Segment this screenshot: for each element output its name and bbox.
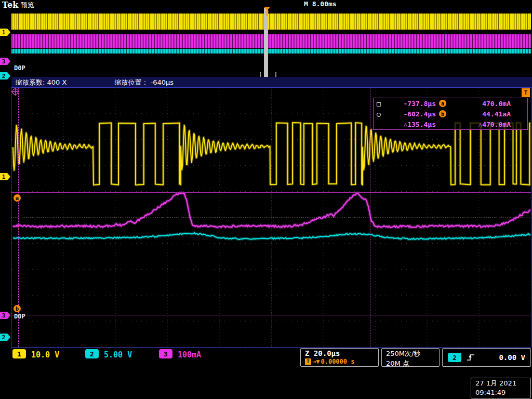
- cursor-readout-row-3: △135.4µs △470.0mA: [374, 119, 527, 129]
- ch3-position-marker-zoom[interactable]: 3: [0, 312, 10, 319]
- zoom-timebase-panel: Z 20.0µs T →▼ 0.00000 s: [300, 348, 379, 367]
- ch3-marker-number: 3: [0, 312, 7, 319]
- ch2-badge[interactable]: 2: [85, 349, 99, 358]
- cursor-a-badge: a: [439, 100, 446, 107]
- time-readout: 09:41:49: [471, 388, 530, 397]
- trigger-t-icon: T: [305, 358, 311, 365]
- ch2-marker-arrow-icon: [7, 334, 10, 341]
- cursor-b-edge-badge[interactable]: b: [14, 305, 21, 312]
- cursor-delta-time-value: △135.4µs: [384, 121, 436, 128]
- ch1-marker-arrow-icon: [7, 29, 10, 36]
- cursor-readout-row-2: ○ -602.4µs b 44.41aA: [374, 109, 527, 119]
- ch3-marker-arrow-icon: [7, 58, 10, 65]
- trigger-level-readout: 0.00 V: [499, 353, 525, 362]
- sample-rate-readout: 250M次/秒: [382, 349, 439, 358]
- rising-edge-icon: [467, 352, 475, 363]
- cursor-readout-row-1: □ -737.8µs a 470.0mA: [374, 98, 527, 109]
- ch1-marker-arrow-icon: [7, 173, 10, 180]
- cursor-1-symbol: □: [377, 100, 384, 108]
- cursor-a-amplitude-value: 470.0mA: [449, 100, 511, 108]
- waveform-overview: [11, 8, 531, 78]
- ch1-waveform-label-zoom: D0P: [14, 313, 25, 320]
- ch3-overview-trace: [11, 34, 531, 48]
- datetime-panel: 27 1月 2021 09:41:49: [471, 378, 531, 398]
- cursor-delta-amplitude-value: △470.0mA: [449, 121, 511, 128]
- trigger-offscreen-indicator: T: [522, 88, 530, 97]
- cursor-readout-panel: □ -737.8µs a 470.0mA ○ -602.4µs b 44.41a…: [373, 98, 528, 130]
- trigger-t-glyph: T: [263, 11, 271, 17]
- acquisition-panel: 250M次/秒 20M 点: [381, 348, 440, 367]
- ch1-overview-trace: [11, 14, 531, 30]
- cursor-a-horizontal-line[interactable]: [11, 192, 531, 193]
- cursor-b-badge: b: [439, 110, 446, 117]
- ch2-overview-trace: [11, 49, 531, 54]
- cursor-a-edge-badge[interactable]: a: [14, 194, 21, 202]
- cursor-2-crosshair-marker[interactable]: [11, 88, 19, 96]
- trigger-readout-row: 2 0.00 V: [443, 349, 530, 366]
- trigger-source-badge[interactable]: 2: [448, 353, 461, 362]
- delay-value: 0.00000 s: [321, 358, 354, 365]
- cursor-2-vertical-line[interactable]: [370, 88, 370, 347]
- zoom-info-bar: 缩放系数: 400 X 缩放位置： -640µs: [11, 77, 532, 88]
- ch3-marker-arrow-icon: [7, 312, 10, 319]
- zoom-window: T □ -737.8µs a 470.0mA ○ -602.4µs b 44.4…: [11, 87, 531, 348]
- ch3-position-marker-overview[interactable]: 3: [0, 58, 10, 65]
- date-readout: 27 1月 2021: [471, 378, 530, 388]
- ch1-marker-number: 1: [0, 29, 7, 36]
- trigger-panel: 2 0.00 V: [442, 348, 531, 367]
- ch2-position-marker-zoom[interactable]: 2: [0, 334, 10, 341]
- ch1-scale-readout: 10.0 V: [31, 350, 59, 360]
- ch1-marker-number: 1: [0, 173, 7, 180]
- ch1-waveform-label-overview: D0P: [14, 64, 25, 72]
- cursor-1-time-value: -737.8µs: [384, 100, 436, 108]
- record-length-readout: 20M 点: [382, 358, 439, 368]
- zoom-region-indicator[interactable]: [264, 8, 268, 77]
- cursor-2-symbol: ○: [377, 110, 384, 118]
- ch3-scale-readout: 100mA: [178, 350, 201, 360]
- ch3-marker-number: 3: [0, 58, 7, 65]
- ch2-position-marker-overview[interactable]: 2: [0, 72, 10, 79]
- zoom-factor-readout: 缩放系数: 400 X: [16, 78, 66, 87]
- zoom-position-readout: 缩放位置： -640µs: [114, 78, 174, 87]
- main-timebase-readout: M 8.00ms: [304, 0, 337, 8]
- trigger-delay-readout: T →▼ 0.00000 s: [301, 357, 378, 365]
- ch3-badge[interactable]: 3: [159, 349, 172, 358]
- ch2-marker-number: 2: [0, 72, 7, 79]
- zoom-timebase-readout: Z 20.0µs: [301, 349, 378, 357]
- trigger-position-marker[interactable]: T: [263, 7, 271, 17]
- cursor-b-horizontal-line[interactable]: [11, 315, 531, 315]
- delay-prefix-glyphs: →▼: [312, 358, 320, 365]
- ch2-marker-number: 2: [0, 334, 7, 341]
- ch1-badge[interactable]: 1: [12, 349, 26, 358]
- cursor-2-time-value: -602.4µs: [384, 110, 436, 118]
- oscilloscope-screen: Tek 预览 M 8.00ms T 1 3 D0P 2 缩放系数: 400 X …: [0, 0, 532, 399]
- ch2-marker-arrow-icon: [7, 72, 10, 79]
- ch1-position-marker-zoom[interactable]: 1: [0, 173, 10, 180]
- ch2-scale-readout: 5.00 V: [104, 350, 132, 360]
- ch1-position-marker-overview[interactable]: 1: [0, 29, 10, 36]
- cursor-b-amplitude-value: 44.41aA: [449, 110, 511, 118]
